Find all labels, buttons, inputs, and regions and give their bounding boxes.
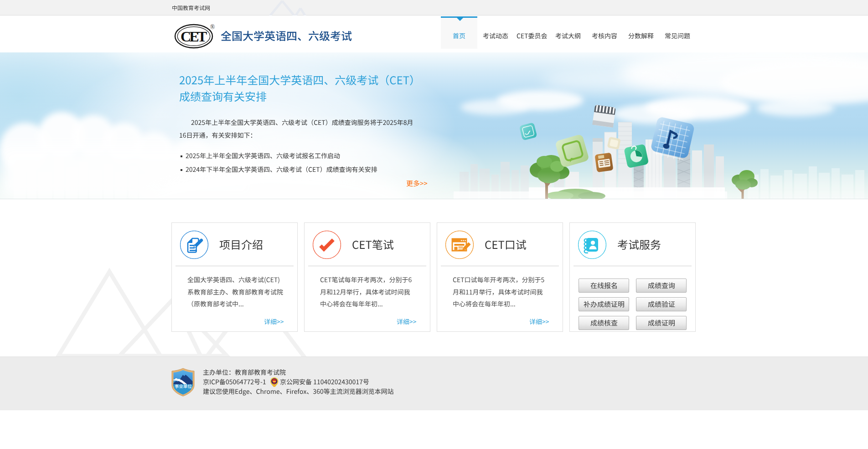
svg-text:CET: CET (181, 28, 207, 45)
svg-text:®: ® (210, 24, 215, 31)
